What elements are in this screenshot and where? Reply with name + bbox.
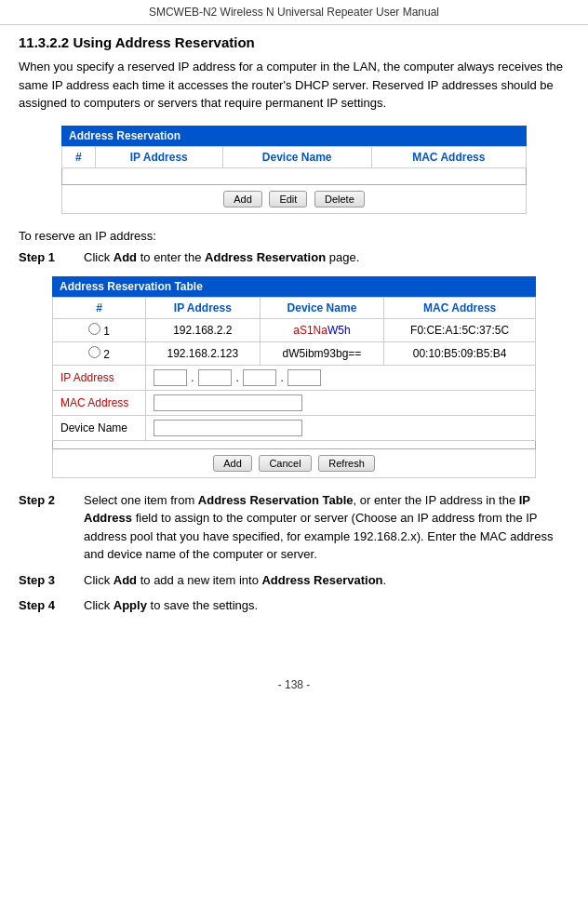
simple-table-btn-row: Add Edit Delete bbox=[61, 185, 527, 214]
step4-label: Step 4 bbox=[19, 596, 84, 615]
step4-row: Step 4 Click Apply to save the settings. bbox=[19, 596, 569, 615]
reservation-table-title: Address Reservation Table bbox=[52, 276, 536, 297]
page-footer: - 138 - bbox=[0, 678, 588, 701]
step2-text: Select one item from Address Reservation… bbox=[84, 491, 569, 564]
simple-table-wrapper: Address Reservation # IP Address Device … bbox=[61, 126, 527, 214]
header-title: SMCWEB-N2 Wireless N Universal Repeater … bbox=[149, 6, 439, 19]
col-device: Device Name bbox=[222, 146, 371, 167]
res-cancel-button[interactable]: Cancel bbox=[259, 455, 311, 472]
res-refresh-button[interactable]: Refresh bbox=[318, 455, 375, 472]
step4-text: Click Apply to save the settings. bbox=[84, 596, 258, 615]
table-row: 1 192.168.2.2 aS1NaW5h F0:CE:A1:5C:37:5C bbox=[53, 318, 536, 341]
row1-radio[interactable] bbox=[88, 323, 100, 335]
step1-label: Step 1 bbox=[19, 248, 84, 267]
simple-table-title: Address Reservation bbox=[61, 126, 527, 146]
intro-text: When you specify a reserved IP address f… bbox=[19, 58, 569, 113]
simple-delete-button[interactable]: Delete bbox=[314, 191, 365, 207]
col-mac: MAC Address bbox=[371, 146, 526, 167]
ip-field-4[interactable] bbox=[287, 369, 321, 386]
page-header: SMCWEB-N2 Wireless N Universal Repeater … bbox=[0, 0, 588, 25]
res-add-button[interactable]: Add bbox=[213, 455, 252, 472]
ip-field-1[interactable] bbox=[154, 369, 187, 386]
step3-row: Step 3 Click Add to add a new item into … bbox=[19, 571, 569, 590]
step2-row: Step 2 Select one item from Address Rese… bbox=[19, 491, 569, 564]
res-col-ip: IP Address bbox=[146, 297, 261, 318]
ip-field-3[interactable] bbox=[243, 369, 276, 386]
step2-label: Step 2 bbox=[19, 491, 84, 564]
simple-edit-button[interactable]: Edit bbox=[269, 191, 307, 207]
ip-form-row: IP Address . . . bbox=[53, 365, 536, 390]
res-col-device: Device Name bbox=[260, 297, 384, 318]
device-form-row: Device Name bbox=[53, 415, 536, 440]
col-ip: IP Address bbox=[95, 146, 222, 167]
res-col-mac: MAC Address bbox=[384, 297, 536, 318]
mac-form-row: MAC Address bbox=[53, 390, 536, 415]
reservation-table: # IP Address Device Name MAC Address 1 1… bbox=[52, 297, 536, 449]
step1-text: Click Add to enter the Address Reservati… bbox=[84, 248, 359, 267]
row2-radio[interactable] bbox=[88, 346, 100, 358]
step3-text: Click Add to add a new item into Address… bbox=[84, 571, 386, 590]
device-name-input[interactable] bbox=[154, 420, 302, 436]
reservation-btn-row: Add Cancel Refresh bbox=[52, 449, 536, 478]
table-row: 2 192.168.2.123 dW5ibm93bg== 00:10:B5:09… bbox=[53, 341, 536, 365]
step3-label: Step 3 bbox=[19, 571, 84, 590]
ip-field-2[interactable] bbox=[198, 369, 232, 386]
section-title: 11.3.2.2 Using Address Reservation bbox=[19, 34, 569, 50]
simple-table: # IP Address Device Name MAC Address bbox=[61, 146, 527, 185]
to-reserve-text: To reserve an IP address: bbox=[19, 227, 569, 246]
mac-input[interactable] bbox=[154, 394, 302, 411]
res-col-hash: # bbox=[53, 297, 146, 318]
step1-row: Step 1 Click Add to enter the Address Re… bbox=[19, 248, 569, 267]
simple-add-button[interactable]: Add bbox=[223, 191, 262, 207]
col-hash: # bbox=[62, 146, 96, 167]
reservation-table-wrapper: Address Reservation Table # IP Address D… bbox=[52, 276, 536, 478]
